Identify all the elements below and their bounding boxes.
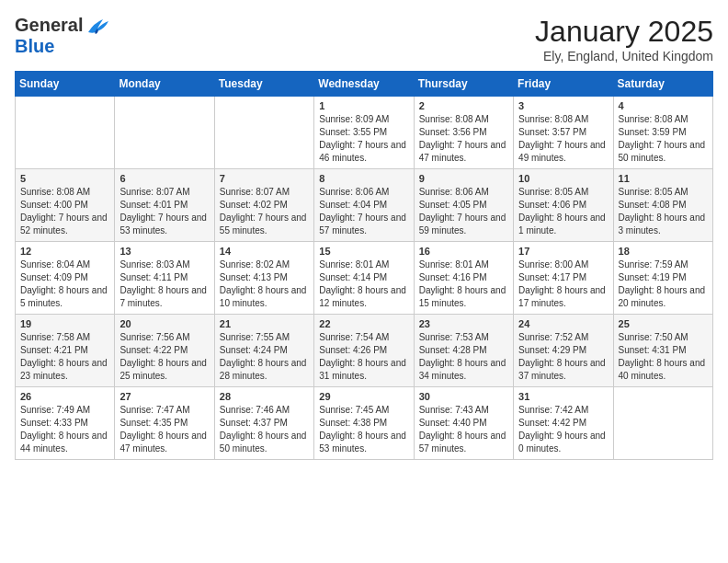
day-info: Sunrise: 8:09 AM Sunset: 3:55 PM Dayligh… [319,113,408,165]
day-number: 20 [119,318,209,329]
day-number: 7 [220,173,309,184]
day-info: Sunrise: 7:55 AM Sunset: 4:24 PM Dayligh… [220,331,309,383]
day-number: 15 [319,246,408,257]
calendar-cell: 20Sunrise: 7:56 AM Sunset: 4:22 PM Dayli… [115,315,214,387]
day-number: 21 [220,318,309,329]
day-info: Sunrise: 8:08 AM Sunset: 3:56 PM Dayligh… [419,113,508,165]
logo: General Blue [15,15,110,57]
calendar-cell: 18Sunrise: 7:59 AM Sunset: 4:19 PM Dayli… [613,242,712,315]
day-info: Sunrise: 7:52 AM Sunset: 4:29 PM Dayligh… [518,331,608,383]
calendar-cell: 6Sunrise: 8:07 AM Sunset: 4:01 PM Daylig… [115,169,214,242]
day-number: 26 [20,391,109,402]
day-info: Sunrise: 8:04 AM Sunset: 4:09 PM Dayligh… [20,259,109,310]
day-number: 31 [518,391,608,402]
calendar-cell: 16Sunrise: 8:01 AM Sunset: 4:16 PM Dayli… [414,242,513,315]
calendar-cell [214,97,313,169]
day-info: Sunrise: 8:06 AM Sunset: 4:05 PM Dayligh… [419,186,508,237]
weekday-header-saturday: Saturday [613,72,712,97]
calendar-week-row: 26Sunrise: 7:49 AM Sunset: 4:33 PM Dayli… [16,387,713,460]
calendar-cell [16,97,115,169]
day-info: Sunrise: 7:56 AM Sunset: 4:22 PM Dayligh… [119,331,209,383]
day-info: Sunrise: 8:07 AM Sunset: 4:02 PM Dayligh… [220,186,309,237]
day-number: 24 [518,318,608,329]
day-number: 9 [419,173,508,184]
day-number: 4 [619,100,708,111]
day-info: Sunrise: 7:47 AM Sunset: 4:35 PM Dayligh… [119,404,209,455]
calendar-cell: 24Sunrise: 7:52 AM Sunset: 4:29 PM Dayli… [514,315,613,387]
day-info: Sunrise: 8:08 AM Sunset: 3:59 PM Dayligh… [619,113,708,165]
day-info: Sunrise: 8:03 AM Sunset: 4:11 PM Dayligh… [119,259,209,310]
day-info: Sunrise: 8:07 AM Sunset: 4:01 PM Dayligh… [119,186,209,237]
calendar-week-row: 1Sunrise: 8:09 AM Sunset: 3:55 PM Daylig… [16,97,713,169]
day-info: Sunrise: 7:54 AM Sunset: 4:26 PM Dayligh… [319,331,408,383]
day-info: Sunrise: 7:45 AM Sunset: 4:38 PM Dayligh… [319,404,408,455]
calendar-cell: 23Sunrise: 7:53 AM Sunset: 4:28 PM Dayli… [414,315,513,387]
calendar-cell: 25Sunrise: 7:50 AM Sunset: 4:31 PM Dayli… [613,315,712,387]
day-number: 6 [119,173,209,184]
calendar-cell: 7Sunrise: 8:07 AM Sunset: 4:02 PM Daylig… [214,169,313,242]
calendar-cell: 4Sunrise: 8:08 AM Sunset: 3:59 PM Daylig… [613,97,712,169]
day-number: 17 [518,246,608,257]
calendar-cell: 3Sunrise: 8:08 AM Sunset: 3:57 PM Daylig… [514,97,613,169]
day-number: 3 [518,100,608,111]
weekday-header-friday: Friday [514,72,613,97]
location: Ely, England, United Kingdom [535,49,713,63]
day-info: Sunrise: 7:50 AM Sunset: 4:31 PM Dayligh… [619,331,708,383]
day-number: 10 [518,173,608,184]
logo-bird-icon [85,16,110,36]
calendar-week-row: 12Sunrise: 8:04 AM Sunset: 4:09 PM Dayli… [16,242,713,315]
calendar-cell: 19Sunrise: 7:58 AM Sunset: 4:21 PM Dayli… [16,315,115,387]
weekday-header-monday: Monday [115,72,214,97]
day-number: 28 [220,391,309,402]
weekday-header-sunday: Sunday [16,72,115,97]
calendar-cell: 11Sunrise: 8:05 AM Sunset: 4:08 PM Dayli… [613,169,712,242]
calendar-cell: 2Sunrise: 8:08 AM Sunset: 3:56 PM Daylig… [414,97,513,169]
day-info: Sunrise: 8:01 AM Sunset: 4:14 PM Dayligh… [319,259,408,310]
day-info: Sunrise: 7:59 AM Sunset: 4:19 PM Dayligh… [619,259,708,310]
calendar-cell: 28Sunrise: 7:46 AM Sunset: 4:37 PM Dayli… [214,387,313,460]
day-info: Sunrise: 8:08 AM Sunset: 3:57 PM Dayligh… [518,113,608,165]
calendar-cell: 30Sunrise: 7:43 AM Sunset: 4:40 PM Dayli… [414,387,513,460]
day-number: 25 [619,318,708,329]
calendar-cell: 10Sunrise: 8:05 AM Sunset: 4:06 PM Dayli… [514,169,613,242]
day-number: 13 [119,246,209,257]
calendar: SundayMondayTuesdayWednesdayThursdayFrid… [15,71,713,460]
day-info: Sunrise: 8:06 AM Sunset: 4:04 PM Dayligh… [319,186,408,237]
day-info: Sunrise: 7:53 AM Sunset: 4:28 PM Dayligh… [419,331,508,383]
calendar-cell: 15Sunrise: 8:01 AM Sunset: 4:14 PM Dayli… [314,242,414,315]
day-number: 2 [419,100,508,111]
calendar-cell: 13Sunrise: 8:03 AM Sunset: 4:11 PM Dayli… [115,242,214,315]
calendar-cell: 1Sunrise: 8:09 AM Sunset: 3:55 PM Daylig… [314,97,414,169]
day-number: 30 [419,391,508,402]
day-number: 22 [319,318,408,329]
logo-general: General [15,15,83,36]
day-number: 29 [319,391,408,402]
calendar-cell: 14Sunrise: 8:02 AM Sunset: 4:13 PM Dayli… [214,242,313,315]
calendar-cell: 8Sunrise: 8:06 AM Sunset: 4:04 PM Daylig… [314,169,414,242]
day-info: Sunrise: 8:01 AM Sunset: 4:16 PM Dayligh… [419,259,508,310]
weekday-header-wednesday: Wednesday [314,72,414,97]
month-title: January 2025 [535,15,713,49]
calendar-cell: 31Sunrise: 7:42 AM Sunset: 4:42 PM Dayli… [514,387,613,460]
day-number: 14 [220,246,309,257]
weekday-header-thursday: Thursday [414,72,513,97]
day-info: Sunrise: 8:02 AM Sunset: 4:13 PM Dayligh… [220,259,309,310]
day-number: 12 [20,246,109,257]
calendar-cell: 21Sunrise: 7:55 AM Sunset: 4:24 PM Dayli… [214,315,313,387]
calendar-cell: 5Sunrise: 8:08 AM Sunset: 4:00 PM Daylig… [16,169,115,242]
day-info: Sunrise: 7:58 AM Sunset: 4:21 PM Dayligh… [20,331,109,383]
day-info: Sunrise: 7:49 AM Sunset: 4:33 PM Dayligh… [20,404,109,455]
calendar-cell: 26Sunrise: 7:49 AM Sunset: 4:33 PM Dayli… [16,387,115,460]
day-number: 23 [419,318,508,329]
day-info: Sunrise: 8:05 AM Sunset: 4:08 PM Dayligh… [619,186,708,237]
day-number: 27 [119,391,209,402]
calendar-cell: 22Sunrise: 7:54 AM Sunset: 4:26 PM Dayli… [314,315,414,387]
weekday-header-tuesday: Tuesday [214,72,313,97]
calendar-cell: 29Sunrise: 7:45 AM Sunset: 4:38 PM Dayli… [314,387,414,460]
day-number: 8 [319,173,408,184]
day-number: 1 [319,100,408,111]
day-number: 19 [20,318,109,329]
calendar-cell: 9Sunrise: 8:06 AM Sunset: 4:05 PM Daylig… [414,169,513,242]
calendar-week-row: 19Sunrise: 7:58 AM Sunset: 4:21 PM Dayli… [16,315,713,387]
calendar-cell [613,387,712,460]
